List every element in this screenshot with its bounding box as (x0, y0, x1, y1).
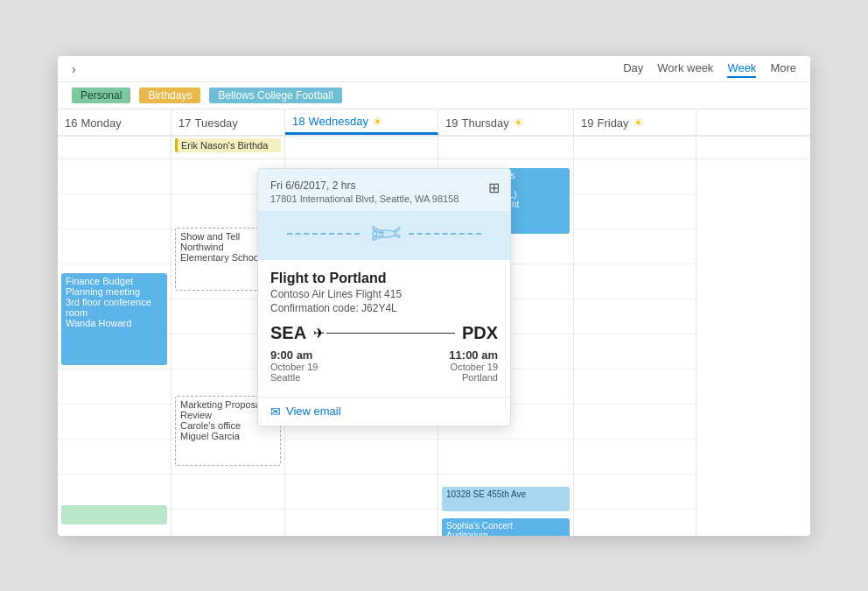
allday-tue[interactable]: Erik Nason's Birthda (172, 137, 285, 158)
ts-7 (58, 405, 171, 440)
chevron-icon[interactable]: › (72, 62, 76, 76)
ts-t9 (172, 475, 284, 510)
day-header-thu[interactable]: 19 Thursday ☀ (438, 109, 574, 135)
ts-f0 (574, 159, 696, 194)
depart-block: 9:00 am October 19 Seattle (270, 348, 318, 383)
ts-9 (58, 475, 171, 510)
event-label-finance: Finance BudgetPlanning meeting3rd floor … (66, 276, 163, 328)
popup-confirmation: Confirmation code: J62Y4L (270, 302, 498, 314)
ts-0 (58, 159, 171, 194)
day-num-16: 16 (65, 116, 77, 130)
plane-icon-area (284, 220, 485, 248)
sophias-concert-event[interactable]: Sophia's ConcertAuditorium (442, 518, 570, 536)
popup-address: 17801 International Blvd, Seattle, WA 98… (270, 193, 498, 204)
ts-f6 (574, 369, 696, 405)
day-num-19-thu: 19 (445, 116, 458, 130)
view-email-label[interactable]: View email (286, 405, 341, 418)
depart-city: Seattle (270, 372, 318, 383)
col-monday: Finance BudgetPlanning meeting3rd floor … (58, 159, 172, 536)
ts-f8 (574, 440, 696, 475)
day-name-tue: Tuesday (194, 116, 237, 130)
view-day[interactable]: Day (623, 61, 643, 78)
airplane-icon (363, 220, 405, 248)
svg-point-7 (382, 231, 384, 233)
tag-birthdays[interactable]: Birthdays (139, 88, 200, 103)
sun-icon-wed: ☀ (372, 115, 383, 129)
tag-personal[interactable]: Personal (72, 88, 130, 103)
arrive-time: 11:00 am (449, 348, 498, 362)
ts-f2 (574, 229, 696, 264)
flight-detail-popup[interactable]: ⊞ Fri 6/6/2017, 2 hrs 17801 Internationa… (257, 168, 511, 426)
ts-f4 (574, 299, 696, 334)
day-num-17: 17 (178, 116, 191, 130)
svg-point-5 (373, 231, 377, 236)
popup-from-code: SEA (270, 323, 306, 343)
green-strip-mon (61, 505, 167, 524)
ts-f7 (574, 405, 696, 440)
day-header-mon[interactable]: 16 Monday (58, 109, 172, 135)
depart-time: 9:00 am (270, 348, 318, 362)
ts-f5 (574, 334, 696, 369)
popup-footer[interactable]: ✉ View email (258, 397, 510, 426)
view-switcher: Day Work week Week More (623, 61, 796, 78)
svg-marker-3 (394, 227, 400, 233)
day-name-mon: Monday (80, 116, 121, 130)
allday-fri (574, 137, 696, 158)
arrive-city: Portland (449, 372, 498, 383)
ts-w8 (285, 440, 438, 475)
birthday-event[interactable]: Erik Nason's Birthda (175, 138, 281, 152)
email-icon: ✉ (270, 405, 281, 419)
view-week[interactable]: Week (727, 61, 756, 78)
day-name-thu: Thursday (461, 116, 508, 130)
allday-thu (438, 137, 574, 158)
day-name-wed: Wednesday (308, 115, 368, 128)
popup-airline: Contoso Air Lines Flight 415 (270, 288, 498, 300)
day-header-tue[interactable]: 17 Tuesday (172, 109, 285, 135)
ts-f3 (574, 264, 696, 299)
arrive-block: 11:00 am October 19 Portland (449, 348, 498, 383)
day-header-wed[interactable]: 18 Wednesday ☀ (285, 109, 438, 135)
ts-w9 (285, 475, 438, 510)
day-header-row: 16 Monday 17 Tuesday 18 Wednesday ☀ 19 T… (58, 109, 810, 137)
ts-th8 (438, 440, 573, 475)
route-plane-icon: ✈ (313, 325, 325, 341)
finance-meeting-event[interactable]: Finance BudgetPlanning meeting3rd floor … (61, 273, 167, 365)
col-friday (574, 159, 696, 536)
allday-row: Erik Nason's Birthda (58, 137, 810, 159)
day-name-fri: Friday (597, 116, 628, 130)
popup-plane-area (258, 211, 510, 260)
day-header-fri[interactable]: 19 Friday ☀ (574, 109, 696, 135)
ts-f9 (574, 475, 696, 510)
sun-icon-fri: ☀ (633, 116, 644, 130)
calendar-tags-row: Personal Birthdays Bellows College Footb… (58, 82, 810, 109)
popup-date: Fri 6/6/2017, 2 hrs (270, 179, 498, 192)
ts-f1 (574, 194, 696, 229)
popup-header: ⊞ Fri 6/6/2017, 2 hrs 17801 Internationa… (258, 169, 510, 211)
calendar-window: › Day Work week Week More Personal Birth… (58, 56, 810, 536)
svg-point-6 (379, 231, 381, 233)
ts-8 (58, 440, 171, 475)
svg-marker-4 (394, 234, 400, 238)
view-more[interactable]: More (770, 61, 796, 78)
sun-icon-thu: ☀ (513, 116, 524, 130)
depart-date: October 19 (270, 362, 318, 372)
address-strip-thu[interactable]: 10328 SE 455th Ave (442, 487, 570, 511)
route-arrow: ✈ (313, 325, 455, 341)
ts-6 (58, 369, 171, 405)
tag-football[interactable]: Bellows College Football (209, 88, 341, 103)
event-label-sophia: Sophia's ConcertAuditorium (446, 521, 565, 536)
day-num-19-fri: 19 (581, 116, 593, 130)
top-bar: › Day Work week Week More (58, 56, 810, 82)
calendar-grid: Finance BudgetPlanning meeting3rd floor … (58, 159, 810, 536)
dashed-line-left (287, 233, 360, 235)
allday-wed (285, 137, 438, 158)
popup-body: Flight to Portland Contoso Air Lines Fli… (258, 260, 510, 397)
route-times: 9:00 am October 19 Seattle 11:00 am Octo… (270, 348, 498, 383)
popup-route: SEA ✈ PDX (270, 323, 498, 343)
route-line (326, 333, 455, 334)
popup-corner-icon[interactable]: ⊞ (488, 179, 500, 196)
view-workweek[interactable]: Work week (657, 61, 713, 78)
ts-2 (58, 229, 171, 264)
arrive-date: October 19 (449, 362, 498, 372)
popup-to-code: PDX (462, 323, 498, 343)
